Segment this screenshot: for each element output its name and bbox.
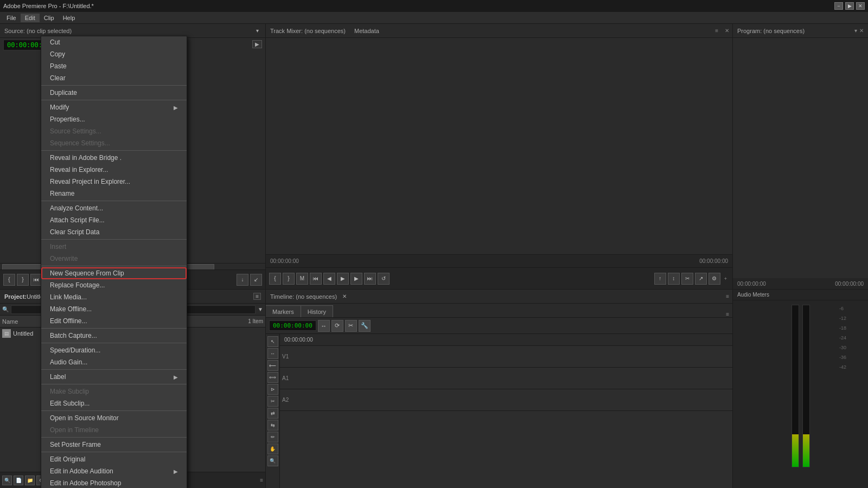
project-new-bin-btn[interactable]: 🔍 bbox=[2, 476, 12, 485]
cm-batch-capture[interactable]: Batch Capture... bbox=[41, 330, 187, 342]
cm-reveal-bridge[interactable]: Reveal in Adobe Bridge . bbox=[41, 152, 187, 164]
tl-tool-track-select[interactable]: ↔ bbox=[318, 320, 330, 332]
tv-btn-roll[interactable]: ⟺ bbox=[267, 372, 278, 383]
cm-set-poster[interactable]: Set Poster Frame bbox=[41, 439, 187, 451]
cm-paste[interactable]: Paste bbox=[41, 60, 187, 72]
cm-clear-script[interactable]: Clear Script Data bbox=[41, 226, 187, 238]
cm-edit-original[interactable]: Edit Original bbox=[41, 453, 187, 465]
prog-plus-btn[interactable]: + bbox=[722, 276, 729, 281]
tv-btn-slip[interactable]: ⇄ bbox=[267, 408, 278, 419]
cm-link-media[interactable]: Link Media... bbox=[41, 291, 187, 303]
cm-sep2 bbox=[41, 100, 187, 100]
prog-ctrl-gotoin[interactable]: ⏮ bbox=[310, 273, 322, 285]
prog-ctrl-markerout[interactable]: } bbox=[283, 273, 295, 285]
cm-label-arrow: ▶ bbox=[174, 374, 178, 380]
cm-open-source[interactable]: Open in Source Monitor bbox=[41, 412, 187, 424]
source-panel-close[interactable]: ▾ bbox=[253, 27, 261, 35]
tl-tool-razor[interactable]: ✂ bbox=[345, 320, 357, 332]
cm-duplicate[interactable]: Duplicate bbox=[41, 87, 187, 99]
timeline-ruler: 00:00:00:00 bbox=[280, 334, 732, 346]
cm-copy[interactable]: Copy bbox=[41, 48, 187, 60]
cm-reveal-project[interactable]: Reveal Project in Explorer... bbox=[41, 176, 187, 188]
project-new-item-btn[interactable]: 📄 bbox=[14, 476, 23, 485]
tv-btn-ripple[interactable]: ⟵ bbox=[267, 360, 278, 371]
bottom-tabs-menu-btn[interactable]: ≡ bbox=[723, 311, 732, 317]
tv-btn-slide[interactable]: ⇆ bbox=[267, 420, 278, 431]
cm-attach-script[interactable]: Attach Script File... bbox=[41, 214, 187, 226]
track-mixer-menu-btn[interactable]: ≡ bbox=[712, 28, 722, 34]
project-list-btn[interactable]: ≡ bbox=[253, 293, 261, 300]
project-folder-btn[interactable]: 📁 bbox=[25, 476, 35, 485]
program-panel-header: Program: (no sequences) ▾ ✕ bbox=[733, 24, 868, 38]
cm-analyze[interactable]: Analyze Content... bbox=[41, 202, 187, 214]
src-ctrl-overwrite[interactable]: ↙ bbox=[250, 274, 262, 286]
menu-help[interactable]: Help bbox=[59, 14, 80, 22]
tv-btn-razor[interactable]: ✂ bbox=[267, 396, 278, 407]
tv-btn-track-select[interactable]: ↔ bbox=[267, 348, 278, 359]
menu-file[interactable]: File bbox=[2, 14, 21, 22]
program-menu-btn[interactable]: ▾ bbox=[854, 28, 857, 34]
audio-meters: Audio Meters -6-12-18-24-30-36-42 bbox=[733, 290, 868, 488]
timeline-menu-btn[interactable]: ≡ bbox=[723, 293, 732, 299]
meter-fill-right bbox=[803, 434, 809, 467]
maximize-button[interactable]: ▶ bbox=[845, 2, 854, 10]
prog-ctrl-loop[interactable]: ↺ bbox=[378, 273, 390, 285]
cm-label[interactable]: Label ▶ bbox=[41, 371, 187, 383]
cm-rename[interactable]: Rename bbox=[41, 188, 187, 200]
prog-ctrl-stepfwd[interactable]: ▶ bbox=[350, 273, 362, 285]
cm-sep6 bbox=[41, 266, 187, 266]
cm-properties[interactable]: Properties... bbox=[41, 113, 187, 125]
src-ctrl-insert[interactable]: ↓ bbox=[237, 274, 248, 286]
cm-replace-footage[interactable]: Replace Footage... bbox=[41, 279, 187, 291]
track-v1-label: V1 bbox=[282, 354, 289, 359]
cm-sep11 bbox=[41, 410, 187, 411]
prog-ctrl-extract[interactable]: ↕ bbox=[668, 273, 680, 285]
cm-modify[interactable]: Modify ▶ bbox=[41, 101, 187, 113]
tv-btn-rate-stretch[interactable]: ⊳ bbox=[267, 384, 278, 395]
track-mixer-close-btn[interactable]: ✕ bbox=[722, 28, 732, 34]
timeline-track-v1: V1 bbox=[280, 346, 732, 368]
cm-new-sequence[interactable]: New Sequence From Clip bbox=[41, 267, 187, 279]
cm-clear[interactable]: Clear bbox=[41, 72, 187, 84]
src-ctrl-in[interactable]: { bbox=[3, 274, 15, 286]
cm-reveal-explorer[interactable]: Reveal in Explorer... bbox=[41, 164, 187, 176]
cm-audio-gain[interactable]: Audio Gain... bbox=[41, 356, 187, 368]
menu-clip[interactable]: Clip bbox=[40, 14, 59, 22]
menu-edit[interactable]: Edit bbox=[21, 14, 40, 22]
cm-edit-audition[interactable]: Edit in Adobe Audition ▶ bbox=[41, 465, 187, 477]
program-close-btn[interactable]: ✕ bbox=[859, 28, 864, 34]
tv-btn-select[interactable]: ↖ bbox=[267, 336, 278, 347]
cm-edit-photoshop[interactable]: Edit in Adobe Photoshop bbox=[41, 477, 187, 488]
timeline-close-btn[interactable]: ✕ bbox=[341, 293, 348, 299]
program-section: Program: (no sequences) ▾ ✕ 00:00:00:00 … bbox=[733, 24, 868, 290]
track-mixer-title: Track Mixer: (no sequences) bbox=[266, 28, 350, 34]
prog-ctrl-addmarker[interactable]: M bbox=[296, 273, 308, 285]
prog-ctrl-markerin[interactable]: { bbox=[269, 273, 281, 285]
tl-tool-ripple[interactable]: ⟳ bbox=[331, 320, 343, 332]
cm-edit-offline[interactable]: Edit Offline... bbox=[41, 315, 187, 327]
prog-ctrl-play[interactable]: ▶ bbox=[337, 273, 349, 285]
prog-ctrl-export[interactable]: ↗ bbox=[695, 273, 707, 285]
cm-cut[interactable]: Cut bbox=[41, 36, 187, 48]
cm-make-offline[interactable]: Make Offline... bbox=[41, 303, 187, 315]
tab-markers[interactable]: Markers bbox=[266, 305, 301, 317]
tab-history[interactable]: History bbox=[301, 305, 333, 317]
prog-ctrl-gotoout[interactable]: ⏭ bbox=[364, 273, 376, 285]
prog-ctrl-lift[interactable]: ↑ bbox=[654, 273, 666, 285]
source-expand-btn[interactable]: ▶ bbox=[252, 40, 262, 48]
prog-ctrl-stepback[interactable]: ◀ bbox=[323, 273, 335, 285]
tv-btn-zoom[interactable]: 🔍 bbox=[267, 455, 278, 466]
cm-edit-subclip[interactable]: Edit Subclip... bbox=[41, 397, 187, 409]
src-ctrl-out[interactable]: } bbox=[17, 274, 29, 286]
project-filter-btn[interactable]: ▼ bbox=[258, 306, 263, 312]
tl-tool-wrench[interactable]: 🔧 bbox=[359, 320, 371, 332]
tv-btn-hand[interactable]: ✋ bbox=[267, 444, 278, 454]
timeline-tracks: 00:00:00:00 V1 A1 A2 bbox=[280, 334, 732, 488]
close-button[interactable]: ✕ bbox=[856, 2, 865, 10]
prog-time-right: 00:00:00:00 bbox=[835, 281, 864, 287]
tv-btn-pen[interactable]: ✏ bbox=[267, 432, 278, 442]
minimize-button[interactable]: − bbox=[834, 2, 843, 10]
cm-speed-duration[interactable]: Speed/Duration... bbox=[41, 344, 187, 356]
prog-ctrl-trim[interactable]: ✂ bbox=[681, 273, 693, 285]
prog-ctrl-settings[interactable]: ⚙ bbox=[709, 273, 720, 285]
